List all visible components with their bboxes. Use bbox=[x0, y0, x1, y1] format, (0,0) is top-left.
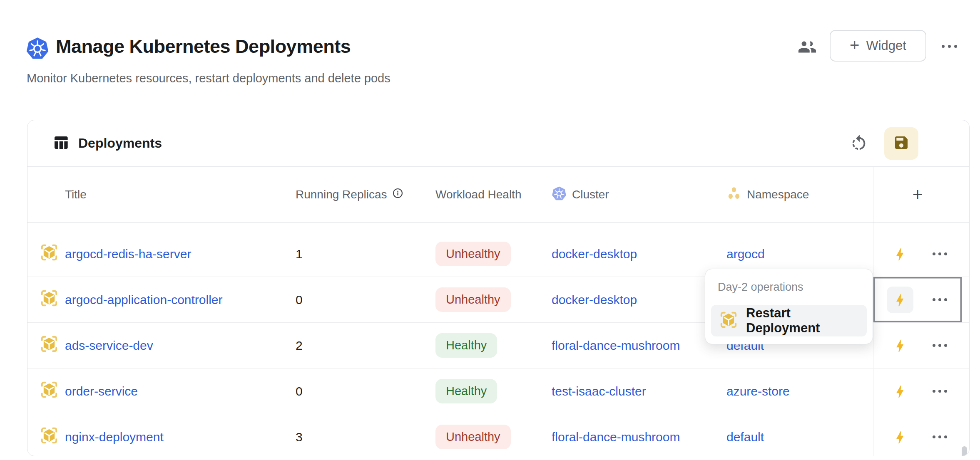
running-replicas-value: 0 bbox=[296, 384, 435, 398]
row-actions-cell bbox=[873, 323, 962, 368]
deployment-icon bbox=[40, 381, 58, 402]
deployment-title-link[interactable]: nginx-deployment bbox=[65, 430, 164, 444]
add-column-button[interactable]: + bbox=[873, 167, 962, 223]
bolt-icon[interactable] bbox=[887, 332, 913, 359]
column-header-title[interactable]: Title bbox=[65, 188, 296, 201]
workload-health-badge: Healthy bbox=[435, 333, 497, 358]
deployment-title-link[interactable]: order-service bbox=[65, 384, 138, 398]
deployment-icon bbox=[719, 311, 738, 331]
bolt-icon[interactable] bbox=[887, 424, 913, 450]
namespace-link[interactable]: azure-store bbox=[726, 384, 790, 398]
running-replicas-value: 2 bbox=[296, 339, 435, 353]
more-options-icon[interactable] bbox=[942, 45, 957, 48]
running-replicas-value: 0 bbox=[296, 293, 435, 307]
deployment-icon bbox=[40, 243, 58, 265]
row-more-options-icon[interactable] bbox=[933, 390, 947, 393]
workload-health-badge: Unhealthy bbox=[435, 287, 511, 312]
bolt-icon[interactable] bbox=[887, 378, 913, 405]
row-more-options-icon[interactable] bbox=[933, 298, 947, 301]
people-icon[interactable] bbox=[798, 37, 817, 57]
deployment-icon bbox=[40, 289, 58, 310]
row-actions-cell bbox=[873, 368, 962, 414]
cluster-link[interactable]: docker-desktop bbox=[552, 247, 637, 261]
table-icon bbox=[52, 134, 69, 153]
bolt-icon[interactable] bbox=[887, 241, 913, 267]
namespace-link[interactable]: default bbox=[726, 430, 764, 444]
cluster-link[interactable]: docker-desktop bbox=[552, 293, 637, 307]
row-actions-cell bbox=[873, 231, 962, 277]
cluster-link[interactable]: test-isaac-cluster bbox=[552, 384, 646, 398]
undo-icon[interactable] bbox=[849, 134, 868, 153]
column-header-replicas[interactable]: Running Replicas bbox=[296, 188, 435, 202]
page-title: Manage Kubernetes Deployments bbox=[56, 36, 351, 57]
table-row[interactable]: nginx-deployment 3 Unhealthy floral-danc… bbox=[27, 414, 969, 456]
popup-section-label: Day-2 operations bbox=[718, 280, 860, 294]
save-icon bbox=[893, 134, 910, 153]
bolt-icon[interactable] bbox=[887, 287, 913, 313]
namespace-dots-icon bbox=[726, 186, 741, 204]
row-more-options-icon[interactable] bbox=[933, 435, 947, 438]
vertical-scrollbar-thumb[interactable] bbox=[962, 446, 967, 456]
cluster-link[interactable]: floral-dance-mushroom bbox=[552, 339, 680, 352]
restart-deployment-menu-item[interactable]: Restart Deployment bbox=[711, 305, 867, 336]
restart-deployment-label: Restart Deployment bbox=[746, 306, 858, 336]
kubernetes-cluster-icon bbox=[552, 186, 567, 204]
workload-health-badge: Unhealthy bbox=[435, 242, 511, 266]
cluster-link[interactable]: floral-dance-mushroom bbox=[552, 430, 680, 444]
panel-title: Deployments bbox=[78, 136, 162, 151]
page-subtitle: Monitor Kubernetes resources, restart de… bbox=[27, 72, 391, 85]
table-header-row: Title Running Replicas Workload Health bbox=[27, 167, 969, 223]
running-replicas-value: 3 bbox=[296, 430, 435, 444]
column-header-namespace[interactable]: Namespace bbox=[726, 186, 873, 204]
deployment-icon bbox=[40, 335, 58, 356]
plus-icon: + bbox=[850, 37, 859, 53]
deployment-title-link[interactable]: argocd-redis-ha-server bbox=[65, 247, 191, 261]
day2-operations-popup: Day-2 operations Restart Deployment bbox=[705, 269, 873, 344]
row-more-options-icon[interactable] bbox=[933, 344, 947, 347]
column-header-cluster[interactable]: Cluster bbox=[552, 186, 726, 204]
workload-health-badge: Healthy bbox=[435, 379, 497, 403]
deployment-icon bbox=[40, 426, 58, 448]
column-header-health[interactable]: Workload Health bbox=[435, 188, 552, 201]
deployment-title-link[interactable]: argocd-application-controller bbox=[65, 293, 223, 307]
deployment-title-link[interactable]: ads-service-dev bbox=[65, 339, 153, 352]
kubernetes-icon bbox=[26, 37, 49, 60]
add-widget-label: Widget bbox=[866, 38, 906, 53]
namespace-link[interactable]: argocd bbox=[726, 247, 765, 261]
add-widget-button[interactable]: + Widget bbox=[830, 30, 926, 62]
info-icon[interactable] bbox=[392, 188, 403, 202]
save-button[interactable] bbox=[884, 127, 918, 160]
row-actions-cell bbox=[873, 277, 962, 322]
workload-health-badge: Unhealthy bbox=[435, 425, 511, 449]
panel-toolbar: Deployments bbox=[27, 120, 969, 167]
running-replicas-value: 1 bbox=[296, 247, 435, 261]
row-actions-cell bbox=[873, 414, 962, 456]
table-row[interactable]: order-service 0 Healthy test-isaac-clust… bbox=[27, 368, 969, 414]
partial-scrolled-row bbox=[27, 223, 969, 231]
row-more-options-icon[interactable] bbox=[933, 252, 947, 255]
